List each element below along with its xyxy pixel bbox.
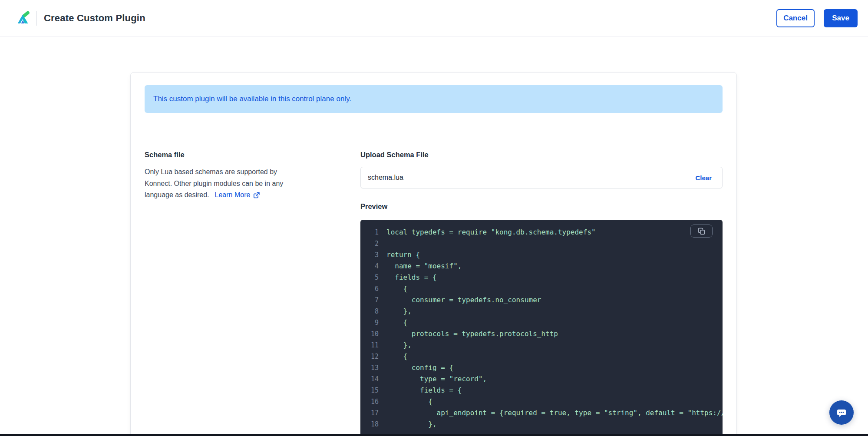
code-line-text: api_endpoint = {required = true, type = …: [386, 407, 723, 419]
code-line-number: 1: [360, 227, 379, 238]
external-link-icon: [253, 192, 260, 199]
top-bar: Create Custom Plugin Cancel Save: [0, 0, 868, 36]
code-line-text: config = {: [386, 362, 453, 373]
code-line-number: 11: [360, 340, 379, 351]
code-line-text: protocols = typedefs.protocols_http: [386, 328, 558, 340]
code-line: 18 },: [360, 419, 723, 430]
code-line: 3return {: [360, 249, 723, 261]
code-line-text: },: [386, 340, 412, 351]
kong-logo-icon: [17, 11, 30, 25]
code-line-number: 2: [360, 238, 379, 249]
code-line-text: local typedefs = require "kong.db.schema…: [386, 227, 596, 238]
code-line-text: name = "moesif",: [386, 261, 462, 272]
code-line-number: 8: [360, 306, 379, 317]
code-line-number: 16: [360, 396, 379, 407]
create-plugin-card: This custom plugin will be available in …: [130, 72, 737, 436]
code-line: 10 protocols = typedefs.protocols_http: [360, 328, 723, 340]
code-line-number: 13: [360, 362, 379, 373]
code-line-text: fields = {: [386, 272, 437, 283]
code-line: 9 {: [360, 317, 723, 328]
code-line: 11 },: [360, 340, 723, 351]
page-title: Create Custom Plugin: [44, 13, 145, 24]
code-line-number: 10: [360, 328, 379, 340]
schema-file-info: Schema file Only Lua based schemas are s…: [145, 151, 347, 436]
code-line-number: 4: [360, 261, 379, 272]
code-line-text: type = "record",: [386, 373, 487, 385]
code-line-number: 7: [360, 294, 379, 306]
code-line-text: },: [386, 419, 437, 430]
code-line: 15 fields = {: [360, 385, 723, 396]
code-line-text: {: [386, 283, 407, 294]
upload-schema-column: Upload Schema File schema.lua Clear Prev…: [360, 151, 723, 436]
code-line: 7 consumer = typedefs.no_consumer: [360, 294, 723, 306]
schema-file-description: Only Lua based schemas are supported by …: [145, 166, 347, 201]
learn-more-link[interactable]: Learn More: [215, 189, 261, 201]
code-line: 5 fields = {: [360, 272, 723, 283]
code-line-number: 9: [360, 317, 379, 328]
description-line: language as desired.: [145, 191, 209, 198]
code-line: 14 type = "record",: [360, 373, 723, 385]
code-line-text: consumer = typedefs.no_consumer: [386, 294, 541, 306]
chat-bubble-icon: [835, 406, 848, 419]
header-divider: [36, 11, 37, 26]
info-banner: This custom plugin will be available in …: [145, 85, 723, 113]
schema-file-input[interactable]: schema.lua Clear: [360, 167, 723, 188]
save-button[interactable]: Save: [824, 9, 858, 27]
code-line-text: {: [386, 317, 407, 328]
preview-heading: Preview: [360, 202, 723, 211]
copy-code-button[interactable]: [690, 225, 713, 238]
code-line-text: {: [386, 396, 432, 407]
upload-schema-heading: Upload Schema File: [360, 151, 723, 159]
description-line: Konnect. Other plugin modules can be in …: [145, 178, 347, 190]
code-line-number: 5: [360, 272, 379, 283]
code-line: 1local typedefs = require "kong.db.schem…: [360, 227, 723, 238]
chat-launcher-button[interactable]: [829, 400, 854, 425]
code-line-text: return {: [386, 249, 420, 261]
schema-code-preview: 1local typedefs = require "kong.db.schem…: [360, 220, 723, 436]
code-line: 17 api_endpoint = {required = true, type…: [360, 407, 723, 419]
learn-more-label: Learn More: [215, 189, 251, 201]
description-line: Only Lua based schemas are supported by: [145, 166, 347, 178]
code-line-number: 14: [360, 373, 379, 385]
code-line-text: {: [386, 351, 407, 362]
code-line-text: fields = {: [386, 385, 462, 396]
code-lines: 1local typedefs = require "kong.db.schem…: [360, 227, 723, 430]
bottom-window-edge: [0, 434, 868, 436]
code-line-number: 6: [360, 283, 379, 294]
cancel-button[interactable]: Cancel: [776, 9, 815, 27]
code-line: 8 },: [360, 306, 723, 317]
code-line-number: 18: [360, 419, 379, 430]
schema-file-heading: Schema file: [145, 151, 347, 159]
code-line: 2: [360, 238, 723, 249]
schema-form-row: Schema file Only Lua based schemas are s…: [145, 151, 723, 436]
code-line: 16 {: [360, 396, 723, 407]
code-line-number: 3: [360, 249, 379, 261]
copy-icon: [698, 228, 705, 235]
code-line-number: 17: [360, 407, 379, 419]
clear-file-button[interactable]: Clear: [695, 174, 712, 182]
code-line: 4 name = "moesif",: [360, 261, 723, 272]
code-line-number: 15: [360, 385, 379, 396]
code-line: 12 {: [360, 351, 723, 362]
code-line-text: },: [386, 306, 412, 317]
code-line: 13 config = {: [360, 362, 723, 373]
info-banner-text: This custom plugin will be available in …: [153, 95, 351, 103]
uploaded-file-name: schema.lua: [368, 174, 403, 182]
code-line: 6 {: [360, 283, 723, 294]
code-line-number: 12: [360, 351, 379, 362]
